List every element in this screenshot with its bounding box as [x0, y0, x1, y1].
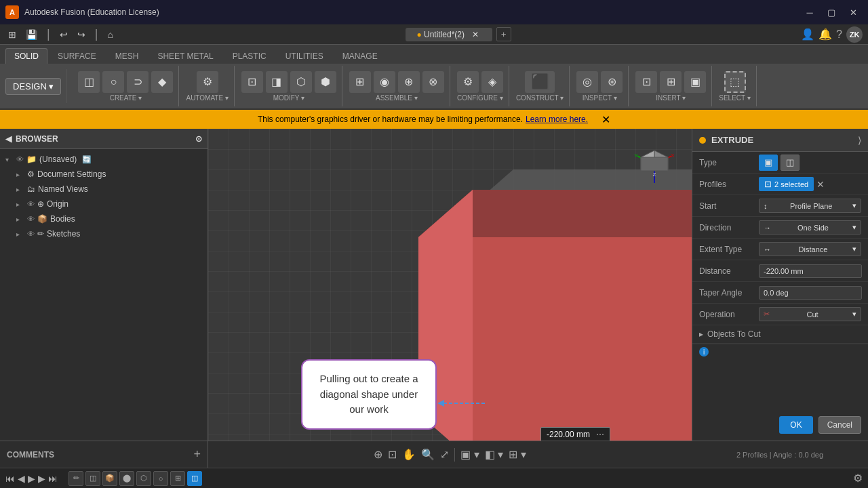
- tab-utilities[interactable]: UTILITIES: [277, 48, 332, 64]
- bodies-visibility[interactable]: 👁: [27, 215, 35, 223]
- ok-button[interactable]: OK: [779, 416, 812, 434]
- modify-icon4[interactable]: ⬢: [315, 71, 336, 93]
- warning-link[interactable]: Learn more here.: [526, 115, 588, 124]
- view-cube[interactable]: Z X Y: [631, 142, 678, 190]
- root-visibility[interactable]: 👁: [16, 155, 24, 163]
- fit-button[interactable]: ⤢: [440, 448, 449, 461]
- insert-icon1[interactable]: ⊡: [635, 71, 657, 93]
- file-tab[interactable]: ● Untitled*(2) ✕: [406, 28, 492, 41]
- tl-fillet-icon[interactable]: ⬡: [136, 471, 151, 486]
- modify-icon1[interactable]: ⊡: [241, 71, 263, 93]
- design-button[interactable]: DESIGN ▾: [5, 78, 61, 95]
- notification-icon[interactable]: 🔔: [818, 28, 832, 41]
- help-icon[interactable]: ?: [836, 28, 842, 41]
- sweep-icon[interactable]: ⊃: [127, 71, 149, 93]
- orbit-button[interactable]: ⊕: [374, 448, 382, 461]
- profiles-clear-button[interactable]: ✕: [816, 179, 825, 190]
- automate-icon[interactable]: ⚙: [197, 71, 218, 93]
- tab-manage[interactable]: MANAGE: [334, 48, 387, 64]
- extrude-icon[interactable]: ◫: [78, 71, 100, 93]
- tl-mirror-icon[interactable]: ⬤: [119, 471, 134, 486]
- tree-item-doc-settings[interactable]: ▸ ⚙ Document Settings: [0, 167, 208, 182]
- play-button[interactable]: ▶: [28, 473, 35, 484]
- home-button[interactable]: ⌂: [104, 28, 115, 41]
- assemble-icon3[interactable]: ⊕: [398, 71, 420, 93]
- modify-icon2[interactable]: ◨: [266, 71, 288, 93]
- revolve-icon[interactable]: ○: [102, 71, 124, 93]
- modify-icon3[interactable]: ⬡: [290, 71, 312, 93]
- tree-item-bodies[interactable]: ▸ 👁 📦 Bodies: [0, 211, 208, 226]
- tab-solid[interactable]: SOLID: [5, 48, 47, 64]
- redo-button[interactable]: ↪: [75, 28, 88, 41]
- add-comment-button[interactable]: +: [193, 447, 201, 462]
- profiles-select-button[interactable]: ⊡ 2 selected: [759, 177, 814, 191]
- tl-current-icon[interactable]: ◫: [187, 471, 202, 486]
- configure-icon2[interactable]: ◈: [481, 71, 503, 93]
- inspect-icon2[interactable]: ⊛: [601, 71, 623, 93]
- browser-settings-icon[interactable]: ⊙: [195, 134, 202, 144]
- minimize-button[interactable]: ─: [800, 5, 819, 19]
- tl-body-icon[interactable]: 📦: [102, 471, 117, 486]
- pan-button[interactable]: ✋: [402, 448, 416, 461]
- tree-item-named-views[interactable]: ▸ 🗂 Named Views: [0, 182, 208, 197]
- tab-sheet-metal[interactable]: SHEET METAL: [149, 48, 222, 64]
- tree-item-origin[interactable]: ▸ 👁 ⊕ Origin: [0, 197, 208, 211]
- construct-icon[interactable]: ⬛: [525, 71, 555, 93]
- maximize-button[interactable]: ▢: [822, 5, 841, 19]
- tree-item-sketches[interactable]: ▸ 👁 ✏ Sketches: [0, 226, 208, 241]
- assemble-icon4[interactable]: ⊗: [422, 71, 444, 93]
- warning-close-button[interactable]: ✕: [601, 113, 610, 126]
- cancel-button[interactable]: Cancel: [818, 416, 861, 434]
- extrude-expand-button[interactable]: ⟩: [858, 135, 861, 146]
- sketches-visibility[interactable]: 👁: [27, 230, 35, 238]
- distance-input[interactable]: [759, 264, 862, 278]
- dimension-label[interactable]: -220.00 mm ⋯: [540, 427, 610, 441]
- display-mode-button[interactable]: ▣ ▾: [460, 448, 479, 461]
- step-back-button[interactable]: ◀: [18, 473, 25, 484]
- tree-item-root[interactable]: ▾ 👁 📁 (Unsaved) 🔄: [0, 152, 208, 167]
- tl-pattern-icon[interactable]: ⊞: [170, 471, 185, 486]
- grid-button[interactable]: ⊞: [5, 28, 19, 41]
- tl-hole-icon[interactable]: ○: [153, 471, 168, 486]
- insert-icon3[interactable]: ▣: [684, 71, 706, 93]
- visual-style-button[interactable]: ◧ ▾: [485, 448, 503, 461]
- insert-icon2[interactable]: ⊞: [660, 71, 682, 93]
- direction-select[interactable]: → One Side ▾: [759, 220, 861, 235]
- step-forward-button[interactable]: ▶: [38, 473, 45, 484]
- tab-mesh[interactable]: MESH: [106, 48, 148, 64]
- user-avatar[interactable]: ZK: [846, 26, 863, 43]
- taper-input[interactable]: [759, 286, 862, 300]
- dim-more-icon[interactable]: ⋯: [596, 430, 604, 439]
- select-icon[interactable]: ⬚: [724, 71, 746, 93]
- extent-select[interactable]: ↔ Distance ▾: [759, 242, 861, 256]
- objects-to-cut-toggle[interactable]: ▸ Objects To Cut: [692, 325, 868, 344]
- look-at-button[interactable]: ⊡: [388, 448, 397, 461]
- inspect-icon1[interactable]: ◎: [576, 71, 598, 93]
- save-button[interactable]: 💾: [23, 28, 40, 41]
- tab-plastic[interactable]: PLASTIC: [224, 48, 275, 64]
- file-tab-close[interactable]: ✕: [472, 30, 479, 39]
- tl-sketch-icon[interactable]: ✏: [68, 471, 83, 486]
- configure-icon1[interactable]: ⚙: [457, 71, 479, 93]
- settings-button[interactable]: ⚙: [853, 472, 863, 485]
- assemble-icon1[interactable]: ⊞: [349, 71, 371, 93]
- undo-button[interactable]: ↩: [57, 28, 71, 41]
- viewport[interactable]: Pulling out to create a diagonal shape u…: [208, 129, 692, 441]
- operation-select[interactable]: ✂ Cut ▾: [759, 307, 861, 321]
- type-btn-solid[interactable]: ▣: [759, 155, 778, 171]
- start-select[interactable]: ↕ Profile Plane ▾: [759, 199, 861, 213]
- grid-settings-button[interactable]: ⊞ ▾: [509, 448, 526, 461]
- back-to-start-button[interactable]: ⏮: [5, 473, 15, 484]
- tl-extrude-icon[interactable]: ◫: [85, 471, 100, 486]
- type-btn-surface[interactable]: ◫: [781, 155, 800, 171]
- assemble-icon2[interactable]: ◉: [374, 71, 395, 93]
- zoom-button[interactable]: 🔍: [421, 448, 435, 461]
- origin-visibility[interactable]: 👁: [27, 200, 35, 208]
- loft-icon[interactable]: ◆: [151, 71, 173, 93]
- account-icon[interactable]: 👤: [801, 28, 814, 41]
- skip-to-end-button[interactable]: ⏭: [48, 473, 58, 484]
- close-button[interactable]: ✕: [844, 5, 863, 19]
- browser-collapse-icon[interactable]: ◀: [5, 134, 12, 144]
- tab-surface[interactable]: SURFACE: [49, 48, 105, 64]
- new-tab-button[interactable]: +: [496, 27, 511, 41]
